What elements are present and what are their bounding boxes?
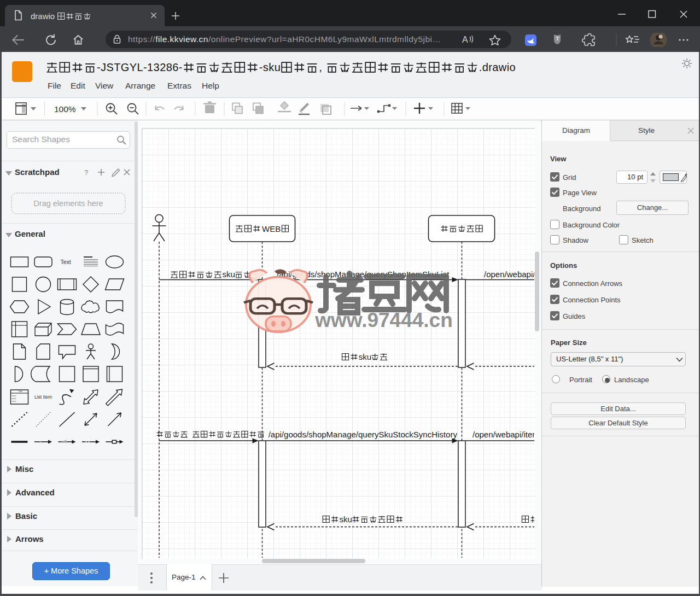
svg-text:/open/webapi/: /open/webapi/ (484, 270, 534, 279)
svg-text:/api/goods/shopManage/querySku: /api/goods/shopManage/querySkuStockSyncH… (269, 430, 458, 439)
svg-text:Title: Title (19, 390, 23, 393)
svg-text:sku: sku (223, 270, 235, 279)
svg-text:List Item: List Item (34, 394, 52, 400)
svg-text:Text: Text (61, 259, 71, 265)
svg-text:T: T (556, 36, 559, 42)
svg-text:sku: sku (340, 515, 352, 524)
svg-text:/open/webapi/item: /open/webapi/item (472, 430, 534, 439)
svg-text:A: A (462, 35, 468, 44)
svg-text:sku: sku (359, 352, 371, 361)
svg-text:100%: 100% (54, 104, 76, 114)
svg-text:WEB: WEB (262, 224, 281, 233)
svg-text:www.97444.cn: www.97444.cn (314, 309, 453, 331)
